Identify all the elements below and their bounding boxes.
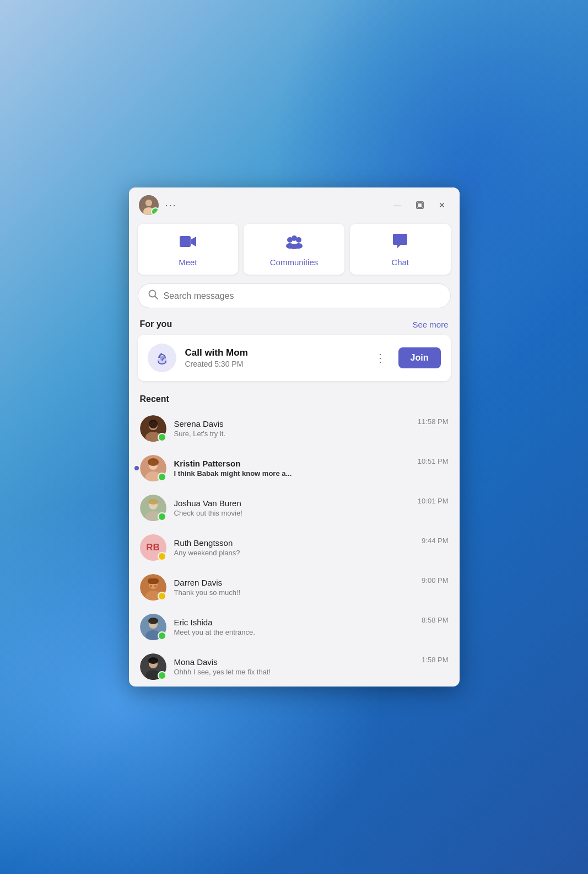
list-item[interactable]: Kristin Patterson I think Babak might kn… bbox=[133, 448, 455, 488]
list-item[interactable]: RB Ruth Bengtsson Any weekend plans? 9:4… bbox=[133, 528, 455, 567]
recent-header: Recent bbox=[129, 392, 460, 409]
contact-time: 11:58 PM bbox=[418, 415, 449, 426]
status-badge bbox=[158, 631, 166, 640]
meet-icon bbox=[179, 234, 197, 253]
list-item[interactable]: Eric Ishida Meet you at the entrance. 8:… bbox=[133, 607, 455, 647]
contact-name: Eric Ishida bbox=[174, 618, 414, 627]
avatar: RB bbox=[140, 534, 166, 561]
list-item[interactable]: Mona Davis Ohhh I see, yes let me fix th… bbox=[133, 647, 455, 687]
contact-preview: Thank you so much!! bbox=[174, 588, 414, 597]
call-title: Call with Mom bbox=[185, 347, 363, 358]
svg-point-12 bbox=[290, 244, 299, 249]
svg-rect-31 bbox=[148, 578, 159, 584]
chat-icon bbox=[392, 234, 408, 253]
join-button[interactable]: Join bbox=[398, 347, 441, 368]
unread-indicator bbox=[134, 466, 139, 470]
status-badge bbox=[158, 473, 166, 481]
minimize-button[interactable]: — bbox=[390, 197, 406, 213]
contact-info: Mona Davis Ohhh I see, yes let me fix th… bbox=[174, 657, 414, 676]
list-item[interactable]: Joshua Van Buren Check out this movie! 1… bbox=[133, 488, 455, 528]
svg-point-9 bbox=[296, 237, 301, 243]
svg-point-32 bbox=[150, 585, 152, 587]
contact-list: Serena Davis Sure, Let's try it. 11:58 P… bbox=[129, 409, 460, 687]
contact-info: Eric Ishida Meet you at the entrance. bbox=[174, 618, 414, 636]
status-badge bbox=[158, 592, 166, 600]
contact-time: 1:58 PM bbox=[422, 653, 448, 664]
chat-label: Chat bbox=[391, 258, 409, 267]
contact-time: 10:51 PM bbox=[418, 455, 449, 465]
contact-info: Darren Davis Thank you so much!! bbox=[174, 578, 414, 597]
contact-info: Serena Davis Sure, Let's try it. bbox=[174, 419, 410, 438]
contact-preview: Any weekend plans? bbox=[174, 549, 414, 557]
see-more-button[interactable]: See more bbox=[412, 320, 448, 329]
status-badge bbox=[158, 552, 166, 561]
nav-tabs: Meet Communities Chat bbox=[129, 219, 460, 283]
search-bar bbox=[138, 283, 451, 308]
contact-preview: Ohhh I see, yes let me fix that! bbox=[174, 668, 414, 676]
communities-icon bbox=[285, 234, 304, 253]
more-options-button[interactable]: ··· bbox=[165, 200, 177, 211]
for-you-header: For you See more bbox=[129, 317, 460, 335]
contact-name: Mona Davis bbox=[174, 657, 414, 667]
svg-rect-5 bbox=[418, 203, 422, 207]
svg-point-33 bbox=[154, 585, 157, 587]
svg-point-27 bbox=[148, 499, 158, 505]
avatar bbox=[140, 455, 166, 481]
avatar bbox=[140, 495, 166, 521]
contact-time: 10:01 PM bbox=[418, 495, 449, 505]
contact-info: Ruth Bengtsson Any weekend plans? bbox=[174, 538, 414, 557]
svg-point-19 bbox=[149, 420, 158, 428]
svg-point-41 bbox=[148, 657, 158, 664]
recent-title: Recent bbox=[140, 394, 169, 404]
contact-time: 9:00 PM bbox=[422, 574, 448, 585]
contact-name: Joshua Van Buren bbox=[174, 498, 410, 508]
svg-line-14 bbox=[155, 296, 158, 299]
window-controls: — ✕ bbox=[390, 197, 450, 213]
svg-point-37 bbox=[148, 618, 158, 624]
close-button[interactable]: ✕ bbox=[434, 197, 450, 213]
call-subtitle: Created 5:30 PM bbox=[185, 360, 363, 368]
contact-preview: Check out this movie! bbox=[174, 509, 410, 517]
contact-info: Joshua Van Buren Check out this movie! bbox=[174, 498, 410, 517]
contact-preview: Meet you at the entrance. bbox=[174, 628, 414, 636]
contact-name: Ruth Bengtsson bbox=[174, 538, 414, 548]
list-item[interactable]: Serena Davis Sure, Let's try it. 11:58 P… bbox=[133, 409, 455, 448]
tab-meet[interactable]: Meet bbox=[138, 224, 239, 275]
call-more-button[interactable]: ⋮ bbox=[371, 351, 390, 364]
svg-point-23 bbox=[148, 458, 159, 466]
search-input[interactable] bbox=[164, 291, 440, 301]
title-bar: ··· — ✕ bbox=[129, 187, 460, 219]
user-avatar[interactable] bbox=[139, 195, 159, 215]
call-info: Call with Mom Created 5:30 PM bbox=[185, 347, 363, 368]
list-item[interactable]: Darren Davis Thank you so much!! 9:00 PM bbox=[133, 567, 455, 607]
search-icon bbox=[148, 289, 158, 302]
call-card: Call with Mom Created 5:30 PM ⋮ Join bbox=[138, 335, 451, 381]
title-bar-left: ··· bbox=[139, 195, 177, 215]
svg-rect-6 bbox=[180, 236, 191, 247]
status-badge bbox=[158, 433, 166, 442]
contact-preview: Sure, Let's try it. bbox=[174, 430, 410, 438]
avatar bbox=[140, 653, 166, 680]
call-icon bbox=[148, 344, 176, 372]
contact-name: Serena Davis bbox=[174, 419, 410, 428]
contact-name: Kristin Patterson bbox=[174, 459, 410, 468]
avatar bbox=[140, 415, 166, 442]
status-badge bbox=[158, 512, 166, 521]
meet-label: Meet bbox=[179, 258, 197, 267]
avatar bbox=[140, 574, 166, 600]
contact-time: 9:44 PM bbox=[422, 534, 448, 545]
contact-info: Kristin Patterson I think Babak might kn… bbox=[174, 459, 410, 478]
app-window: ··· — ✕ Meet bbox=[129, 187, 460, 687]
avatar bbox=[140, 614, 166, 640]
maximize-button[interactable] bbox=[412, 197, 428, 213]
contact-preview: I think Babak might know more a... bbox=[174, 469, 410, 478]
for-you-title: For you bbox=[140, 319, 172, 329]
contact-name: Darren Davis bbox=[174, 578, 414, 587]
tab-chat[interactable]: Chat bbox=[350, 224, 451, 275]
contact-time: 8:58 PM bbox=[422, 614, 448, 624]
svg-point-15 bbox=[160, 356, 164, 360]
tab-communities[interactable]: Communities bbox=[244, 224, 344, 275]
status-badge bbox=[158, 671, 166, 680]
communities-label: Communities bbox=[270, 258, 319, 267]
svg-point-3 bbox=[145, 200, 152, 206]
